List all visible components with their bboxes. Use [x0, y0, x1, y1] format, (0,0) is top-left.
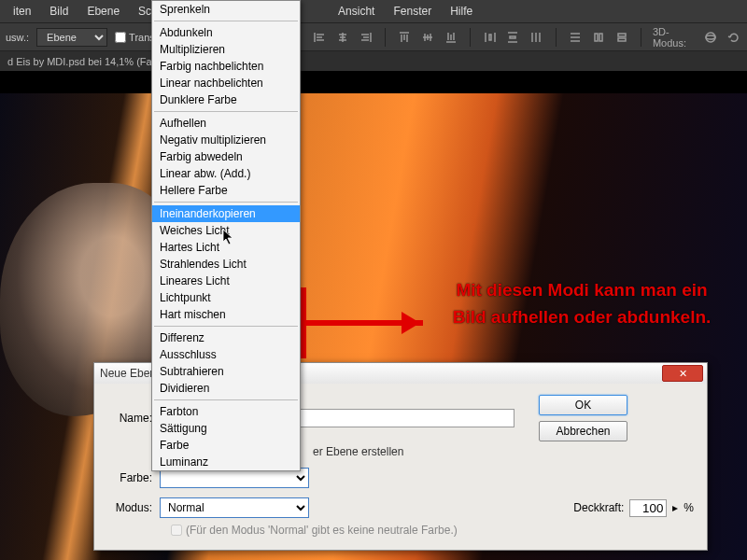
opacity-stepper-icon[interactable]: ▸	[672, 501, 678, 514]
neutral-note: (Für den Modus 'Normal' gibt es keine ne…	[186, 524, 458, 537]
blend-mode-option[interactable]: Ineinanderkopieren	[152, 205, 300, 222]
document-tab[interactable]: d Eis by MDI.psd bei 14,1% (Fa	[0, 50, 747, 71]
svg-rect-0	[595, 34, 598, 41]
blend-mode-option[interactable]: Farbig abwedeln	[152, 148, 300, 165]
separator	[154, 21, 298, 21]
blend-mode-option[interactable]: Linear nachbelichten	[152, 75, 300, 91]
align-right-icon[interactable]	[358, 28, 374, 47]
svg-point-4	[706, 33, 715, 42]
close-icon[interactable]: ✕	[662, 365, 703, 382]
align-bottom-icon[interactable]	[444, 28, 459, 47]
annotation-arrow	[299, 286, 439, 363]
annotation-text: Mit diesen Modi kann man ein Bild aufhel…	[442, 276, 722, 331]
blend-mode-option[interactable]: Hart mischen	[152, 306, 300, 323]
svg-rect-2	[618, 34, 626, 36]
opacity-label: Deckkraft:	[573, 501, 624, 514]
blend-mode-option[interactable]: Linear abw. (Add.)	[152, 165, 300, 182]
mode-select[interactable]: Normal	[160, 497, 309, 518]
blend-mode-option[interactable]: Sättigung	[152, 420, 300, 437]
blend-mode-option[interactable]: Hellere Farbe	[152, 182, 300, 199]
distribute-v-icon[interactable]	[505, 28, 521, 47]
blend-mode-option[interactable]: Strahlendes Licht	[152, 256, 300, 273]
opacity-unit: %	[684, 501, 694, 514]
blend-mode-option[interactable]: Ausschluss	[152, 346, 300, 363]
menu-edit[interactable]: iten	[4, 5, 40, 18]
blend-mode-option[interactable]: Dividieren	[152, 380, 300, 397]
color-label: Farbe:	[107, 471, 154, 484]
blend-mode-option[interactable]: Differenz	[152, 329, 300, 346]
svg-rect-3	[618, 38, 626, 41]
neutral-check	[171, 525, 182, 536]
cancel-button[interactable]: Abbrechen	[539, 421, 627, 441]
svg-point-5	[706, 35, 715, 39]
separator	[154, 399, 298, 400]
trans-check[interactable]: Trans	[115, 32, 155, 43]
distribute-6-icon[interactable]	[613, 28, 629, 47]
blend-mode-option[interactable]: Farbton	[152, 403, 300, 420]
usw-label: usw.:	[6, 32, 29, 43]
separator	[154, 202, 298, 203]
distribute-3-icon[interactable]	[529, 28, 544, 47]
layer-select[interactable]: Ebene	[36, 28, 107, 47]
blend-mode-option[interactable]: Farbe	[152, 437, 300, 454]
blend-mode-option[interactable]: Sprenkeln	[152, 1, 300, 18]
blend-mode-option[interactable]: Multiplizieren	[152, 41, 300, 58]
mode3d-label: 3D-Modus:	[653, 26, 695, 49]
blend-mode-option[interactable]: Lichtpunkt	[152, 289, 300, 306]
blend-mode-option[interactable]: Negativ multiplizieren	[152, 132, 300, 148]
separator	[154, 326, 298, 327]
align-center-h-icon[interactable]	[334, 28, 350, 47]
mask-check-label: er Ebene erstellen	[313, 445, 403, 458]
blend-mode-option[interactable]: Luminanz	[152, 454, 300, 470]
mode-label: Modus:	[107, 501, 154, 514]
menu-layer[interactable]: Ebene	[78, 5, 129, 18]
menubar: iten Bild Ebene Schrift Ansicht Fenster …	[0, 0, 747, 22]
blend-mode-option[interactable]: Subtrahieren	[152, 363, 300, 380]
cursor-icon	[222, 229, 235, 248]
distribute-h-icon[interactable]	[482, 28, 498, 47]
ok-button[interactable]: OK	[539, 395, 627, 415]
blend-mode-option[interactable]: Farbig nachbelichten	[152, 58, 300, 75]
menu-view[interactable]: Ansicht	[329, 5, 384, 18]
align-left-icon[interactable]	[311, 28, 327, 47]
blend-mode-option[interactable]: Abdunkeln	[152, 24, 300, 41]
distribute-4-icon[interactable]	[568, 28, 584, 47]
menu-help[interactable]: Hilfe	[441, 5, 482, 18]
orbit-icon[interactable]	[702, 28, 718, 47]
name-label: Name:	[107, 412, 154, 425]
blend-mode-option[interactable]: Dunklere Farbe	[152, 91, 300, 108]
align-top-icon[interactable]	[397, 28, 413, 47]
blend-mode-option[interactable]: Aufhellen	[152, 115, 300, 132]
distribute-5-icon[interactable]	[590, 28, 606, 47]
separator	[154, 111, 298, 112]
options-toolbar: usw.: Ebene Trans 3D-Modus:	[0, 22, 747, 50]
opacity-field[interactable]	[629, 499, 667, 517]
rotate-icon[interactable]	[726, 28, 741, 47]
menu-image[interactable]: Bild	[40, 5, 78, 18]
blend-mode-option[interactable]: Lineares Licht	[152, 273, 300, 289]
align-middle-icon[interactable]	[420, 28, 436, 47]
menu-window[interactable]: Fenster	[384, 5, 441, 18]
svg-rect-1	[599, 34, 602, 41]
